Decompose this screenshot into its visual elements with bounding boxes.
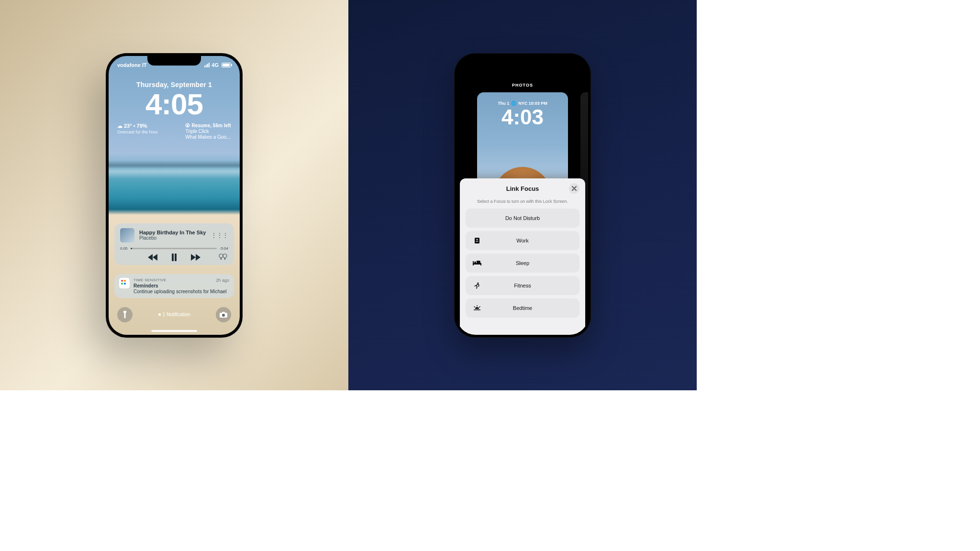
notification-tag: TIME SENSITIVE xyxy=(134,278,167,283)
bottom-row: 1 Notification xyxy=(117,307,231,322)
flashlight-button[interactable] xyxy=(117,307,133,322)
weather-desc: Overcast for the hour. xyxy=(117,130,159,134)
album-art xyxy=(120,228,134,242)
dot-icon xyxy=(158,313,161,316)
focus-option-sleep[interactable]: Sleep xyxy=(466,253,579,273)
focus-label: Fitness xyxy=(466,283,579,288)
svg-point-1 xyxy=(223,254,227,258)
cloud-icon: ☁︎ xyxy=(117,123,122,129)
notification-time: 2h ago xyxy=(216,278,229,283)
battery-icon xyxy=(222,63,231,67)
left-panel: vodafone IT 4G Thursday, September 1 4:0… xyxy=(0,0,348,390)
screen-left: vodafone IT 4G Thursday, September 1 4:0… xyxy=(109,56,240,335)
photos-label: PHOTOS xyxy=(457,83,588,88)
svg-rect-5 xyxy=(222,312,225,313)
now-playing-card[interactable]: Happy Birthday In The Sky Placebo ⋮⋮⋮ 0:… xyxy=(114,223,234,265)
weather-widget[interactable]: ☁︎ 23° • 79% Overcast for the hour. xyxy=(117,123,159,140)
notification-card[interactable]: TIME SENSITIVE 2h ago Reminders Continue… xyxy=(114,274,234,298)
svg-rect-2 xyxy=(221,258,222,260)
preview-city-time: NYC 10:03 PM xyxy=(518,101,547,106)
camera-button[interactable] xyxy=(216,307,231,322)
preview-date: Thu 1 xyxy=(498,101,509,106)
globe-icon: 🌐 xyxy=(511,101,516,106)
focus-option-bedtime[interactable]: Bedtime xyxy=(466,298,579,318)
podcast-show: Triple Click xyxy=(185,129,231,134)
reminders-app-icon xyxy=(119,278,130,288)
notification-count[interactable]: 1 Notification xyxy=(158,312,190,317)
phone-left: vodafone IT 4G Thursday, September 1 4:0… xyxy=(106,53,243,338)
network-label: 4G xyxy=(212,62,219,68)
rewind-button[interactable] xyxy=(148,254,157,261)
podcast-icon: ⦿ xyxy=(185,123,190,128)
time-label: 4:05 xyxy=(109,89,240,119)
notification-text: Continue uploading screenshots for Micha… xyxy=(134,289,229,294)
carrier-label: vodafone IT xyxy=(117,62,147,68)
svg-rect-3 xyxy=(224,258,225,260)
focus-option-dnd[interactable]: Do Not Disturb xyxy=(466,209,579,228)
weather-temp: 23° • 79% xyxy=(124,123,147,129)
notch xyxy=(147,56,201,66)
focus-option-work[interactable]: Work xyxy=(466,231,579,250)
elapsed-time: 0:05 xyxy=(120,246,128,251)
screen-right: PHOTOS Thu 1 🌐 NYC 10:03 PM 4:03 Link Fo… xyxy=(457,56,588,335)
focus-label: Do Not Disturb xyxy=(466,215,579,221)
forward-button[interactable] xyxy=(191,254,200,261)
svg-point-6 xyxy=(222,314,225,317)
focus-list: Do Not Disturb Work Sleep Fitness xyxy=(466,209,579,318)
focus-label: Sleep xyxy=(466,260,579,266)
preview-time: 4:03 xyxy=(477,107,568,128)
notification-app: Reminders xyxy=(134,283,229,288)
signal-icon xyxy=(204,63,210,67)
home-indicator[interactable] xyxy=(151,330,197,332)
focus-label: Bedtime xyxy=(466,305,579,311)
progress-track[interactable] xyxy=(131,248,217,249)
right-panel: PHOTOS Thu 1 🌐 NYC 10:03 PM 4:03 Link Fo… xyxy=(348,0,697,390)
waveform-icon: ⋮⋮⋮ xyxy=(211,232,228,239)
svg-point-0 xyxy=(219,254,223,258)
lockscreen-header: Thursday, September 1 4:05 xyxy=(109,81,240,119)
track-artist: Placebo xyxy=(139,235,206,241)
pause-button[interactable] xyxy=(172,253,177,261)
podcast-episode: What Makes a Goo… xyxy=(185,134,231,140)
track-title: Happy Birthday In The Sky xyxy=(139,230,206,235)
status-right: 4G xyxy=(204,62,231,68)
notification-count-label: 1 Notification xyxy=(163,312,190,317)
widgets-row: ☁︎ 23° • 79% Overcast for the hour. ⦿Res… xyxy=(117,123,231,140)
notch xyxy=(496,56,549,66)
close-button[interactable] xyxy=(569,183,579,194)
focus-option-fitness[interactable]: Fitness xyxy=(466,276,579,295)
podcast-resume: Resume, 56m left xyxy=(191,123,231,128)
sheet-subtitle: Select a Focus to turn on with this Lock… xyxy=(466,199,579,204)
phone-right: PHOTOS Thu 1 🌐 NYC 10:03 PM 4:03 Link Fo… xyxy=(454,53,591,338)
link-focus-sheet: Link Focus Select a Focus to turn on wit… xyxy=(460,178,585,335)
sheet-title: Link Focus xyxy=(506,185,539,192)
podcast-widget[interactable]: ⦿Resume, 56m left Triple Click What Make… xyxy=(185,123,231,140)
focus-label: Work xyxy=(466,238,579,243)
airplay-icon[interactable] xyxy=(219,253,227,260)
remaining-time: -5:04 xyxy=(220,246,228,251)
